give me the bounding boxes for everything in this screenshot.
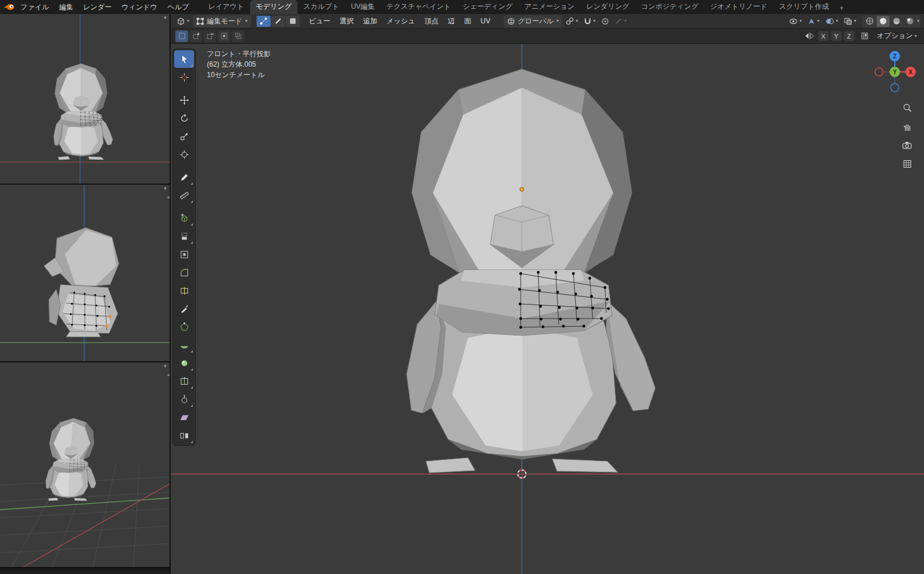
loop-cut-tool[interactable] [174,282,194,299]
tool-settings-bar: X Y Z オプション ▾ [171,29,924,44]
main-3d-viewport[interactable]: フロント・平行投影 (62) 立方体.005 10センチメートル [171,44,924,574]
area-corner-handle[interactable]: ▾ [164,185,167,191]
mirror-z-button[interactable]: Z [844,31,854,41]
add-workspace-button[interactable]: + [835,2,848,14]
mirror-x-button[interactable]: X [818,31,829,41]
face-select-button[interactable] [286,16,300,27]
object-visibility-dropdown[interactable]: ▾ [787,16,804,26]
axis-gizmo-icon: Z X Y [874,51,916,93]
viewport-panel-side[interactable]: ▾ ◂ [0,185,169,362]
select-intersect-icon [234,32,242,40]
mode-dropdown[interactable]: 編集モード ▾ [193,15,251,27]
menu-edge[interactable]: 辺 [444,15,459,27]
area-corner-handle[interactable]: ▾ [164,15,167,20]
select-extend-button[interactable] [189,30,202,42]
menu-vertex[interactable]: 頂点 [420,15,442,27]
tab-animation[interactable]: アニメーション [518,0,580,14]
tab-geometry-nodes[interactable]: ジオメトリノード [704,0,773,14]
viewport-info-overlay: フロント・平行投影 (62) 立方体.005 10センチメートル [207,49,271,80]
tab-layout[interactable]: レイアウト [202,0,250,14]
menu-uv[interactable]: UV [476,16,494,26]
measure-tool[interactable] [174,186,194,204]
extrude-region-tool[interactable] [174,227,194,245]
menu-select[interactable]: 選択 [335,15,358,27]
material-shading-button[interactable] [890,16,903,27]
add-cube-tool[interactable] [174,209,194,227]
chevron-down-icon: ▾ [915,34,917,39]
menu-view[interactable]: ビュー [305,15,335,27]
select-box-tool[interactable] [174,50,194,68]
tool-snap-button[interactable] [859,31,871,41]
mirror-y-button[interactable]: Y [831,31,842,41]
wireframe-shading-button[interactable] [863,16,876,27]
transform-tool[interactable] [174,146,194,163]
select-set-button[interactable] [175,30,188,42]
menu-window[interactable]: ウィンドウ [117,1,162,13]
spin-tool[interactable] [174,336,194,354]
magnet-icon [584,18,591,25]
proportional-falloff-dropdown[interactable]: ▾ [612,16,629,26]
tab-scripting[interactable]: スクリプト作成 [773,0,835,14]
inset-faces-tool[interactable] [174,245,194,263]
menu-help[interactable]: ヘルプ [162,1,193,13]
grid-ortho-button[interactable] [899,156,915,171]
tab-shading[interactable]: シェーディング [457,0,519,14]
rendered-shading-button[interactable] [904,16,916,27]
loop-cut-icon [179,286,189,296]
tab-sculpting[interactable]: スカルプト [297,0,345,14]
solid-shading-button[interactable] [877,16,890,27]
tab-modeling[interactable]: モデリング [250,0,297,14]
mirror-button[interactable] [802,31,816,41]
edge-select-button[interactable] [271,16,285,27]
tab-compositing[interactable]: コンポジティング [635,0,704,14]
editor-type-button[interactable]: ▾ [174,16,192,27]
menu-file[interactable]: ファイル [16,1,54,13]
smooth-tool[interactable] [174,354,194,372]
tab-texture-paint[interactable]: テクスチャペイント [380,0,457,14]
select-invert-button[interactable] [217,30,230,42]
scale-tool[interactable] [174,127,194,145]
select-intersect-button[interactable] [231,30,244,42]
area-join-handle[interactable]: ◂ [167,372,169,378]
viewport-panel-perspective[interactable]: ▾ ◂ [0,362,169,567]
area-corner-handle[interactable]: ▾ [164,363,167,369]
vertex-select-button[interactable] [257,16,271,27]
main-editor: ▾ 編集モード ▾ [171,14,924,574]
pan-button[interactable] [899,119,915,134]
xray-toggle-dropdown[interactable]: ▾ [842,16,859,26]
snap-target-dropdown[interactable]: ▾ [563,16,580,26]
transform-orientation-dropdown[interactable]: グローバル ▾ [504,15,562,27]
viewport-nav-buttons [899,100,915,171]
area-join-handle[interactable]: ◂ [167,194,169,200]
poly-build-tool[interactable] [174,318,194,336]
bevel-tool[interactable] [174,264,194,281]
options-dropdown[interactable]: オプション ▾ [875,30,919,42]
hand-icon [902,122,912,132]
menu-render[interactable]: レンダー [78,1,116,13]
knife-tool[interactable] [174,300,194,317]
shear-tool[interactable] [174,409,194,426]
select-subtract-button[interactable] [203,30,216,42]
snap-toggle-button[interactable]: ▾ [582,16,598,26]
zoom-button[interactable] [899,100,915,115]
tab-uv-editing[interactable]: UV編集 [345,0,380,14]
menu-face[interactable]: 面 [460,15,475,27]
menu-mesh[interactable]: メッシュ [382,15,419,27]
menu-add[interactable]: 追加 [359,15,381,27]
rip-region-tool[interactable] [174,427,194,444]
menu-edit[interactable]: 編集 [54,1,78,13]
overlays-toggle-dropdown[interactable]: ▾ [823,16,840,26]
tab-rendering[interactable]: レンダリング [580,0,635,14]
shrink-fatten-tool[interactable] [174,390,194,408]
blender-logo-icon[interactable] [4,3,15,11]
rotate-tool[interactable] [174,109,194,127]
cursor-tool[interactable] [174,68,194,86]
gizmos-toggle-dropdown[interactable]: ▾ [805,16,822,26]
navigation-gizmo[interactable]: Z X Y [874,51,916,95]
viewport-panel-front[interactable]: ▾ [0,14,169,185]
annotate-tool[interactable] [174,168,194,186]
move-tool[interactable] [174,91,194,109]
edge-slide-tool[interactable] [174,372,194,390]
camera-view-button[interactable] [899,137,915,153]
proportional-editing-button[interactable] [599,16,611,26]
